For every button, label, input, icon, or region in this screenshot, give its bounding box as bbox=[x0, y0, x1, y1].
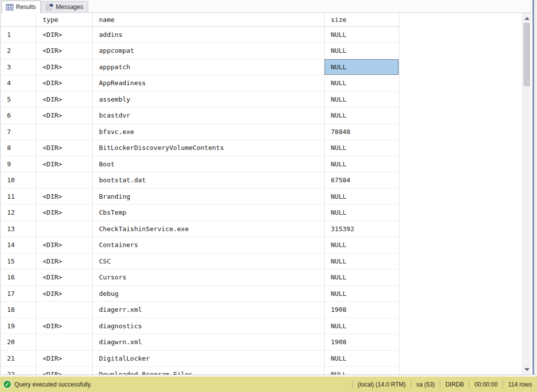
row-number-cell[interactable]: 18 bbox=[0, 302, 36, 318]
type-cell[interactable]: <DIR> bbox=[36, 205, 92, 221]
row-number-cell[interactable]: 3 bbox=[0, 59, 36, 75]
type-cell[interactable]: <DIR> bbox=[36, 75, 92, 92]
name-cell[interactable]: Containers bbox=[92, 237, 324, 254]
row-number-cell[interactable]: 4 bbox=[0, 75, 36, 92]
row-number-cell[interactable]: 14 bbox=[0, 237, 36, 254]
size-cell[interactable]: 67584 bbox=[324, 172, 399, 189]
size-cell[interactable]: NULL bbox=[324, 43, 399, 59]
name-cell[interactable]: bcastdvr bbox=[92, 108, 324, 124]
name-cell[interactable]: bootstat.dat bbox=[92, 172, 324, 189]
column-header-size[interactable]: size bbox=[324, 13, 399, 26]
size-cell[interactable]: NULL bbox=[324, 91, 399, 108]
type-cell[interactable]: <DIR> bbox=[36, 318, 92, 334]
name-cell[interactable]: DigitalLocker bbox=[92, 350, 324, 367]
row-number-cell[interactable]: 8 bbox=[0, 140, 36, 156]
name-cell[interactable]: CSC bbox=[92, 253, 324, 269]
type-cell[interactable]: <DIR> bbox=[36, 140, 92, 156]
type-cell[interactable]: <DIR> bbox=[36, 237, 92, 254]
size-cell[interactable]: NULL bbox=[324, 156, 399, 172]
vertical-scrollbar[interactable] bbox=[522, 13, 531, 375]
row-number-cell[interactable]: 16 bbox=[0, 269, 36, 286]
size-cell[interactable]: 78848 bbox=[324, 124, 399, 140]
row-number-cell[interactable]: 20 bbox=[0, 334, 36, 351]
name-cell[interactable]: BitLockerDiscoveryVolumeContents bbox=[92, 140, 324, 156]
table-row: 22<DIR>Downloaded Program FilesNULL bbox=[0, 367, 399, 375]
size-cell[interactable]: NULL bbox=[324, 285, 399, 302]
scrollbar-thumb[interactable] bbox=[524, 23, 530, 86]
row-number-cell[interactable]: 19 bbox=[0, 318, 36, 334]
row-number-cell[interactable]: 13 bbox=[0, 221, 36, 237]
type-cell[interactable]: <DIR> bbox=[36, 43, 92, 59]
row-number-header[interactable] bbox=[0, 13, 36, 26]
row-number-cell[interactable]: 11 bbox=[0, 188, 36, 205]
size-cell[interactable]: NULL bbox=[324, 75, 399, 92]
type-cell[interactable]: <DIR> bbox=[36, 26, 92, 43]
size-cell[interactable]: NULL bbox=[324, 269, 399, 286]
size-cell[interactable]: NULL bbox=[324, 367, 399, 375]
scroll-up-button[interactable] bbox=[523, 14, 531, 22]
name-cell[interactable]: bfsvc.exe bbox=[92, 124, 324, 140]
size-cell[interactable]: 315392 bbox=[324, 221, 399, 237]
row-number-cell[interactable]: 15 bbox=[0, 253, 36, 269]
name-cell[interactable]: Boot bbox=[92, 156, 324, 172]
name-cell[interactable]: Branding bbox=[92, 188, 324, 205]
row-number-cell[interactable]: 17 bbox=[0, 285, 36, 302]
name-cell[interactable]: apppatch bbox=[92, 59, 324, 75]
type-cell[interactable]: <DIR> bbox=[36, 91, 92, 108]
column-header-name[interactable]: name bbox=[92, 13, 324, 26]
row-number-cell[interactable]: 2 bbox=[0, 43, 36, 59]
column-header-type[interactable]: type bbox=[36, 13, 92, 26]
row-number-cell[interactable]: 9 bbox=[0, 156, 36, 172]
type-cell[interactable]: <DIR> bbox=[36, 108, 92, 124]
size-cell[interactable]: NULL bbox=[324, 205, 399, 221]
row-number-cell[interactable]: 12 bbox=[0, 205, 36, 221]
name-cell[interactable]: CbsTemp bbox=[92, 205, 324, 221]
type-cell[interactable] bbox=[36, 124, 92, 140]
size-cell[interactable]: NULL bbox=[324, 140, 399, 156]
row-number-cell[interactable]: 22 bbox=[0, 367, 36, 375]
type-cell[interactable]: <DIR> bbox=[36, 285, 92, 302]
type-cell[interactable] bbox=[36, 302, 92, 318]
table-row: 13CheckTaishinService.exe315392 bbox=[0, 221, 399, 237]
row-number-cell[interactable]: 1 bbox=[0, 26, 36, 43]
row-number-cell[interactable]: 7 bbox=[0, 124, 36, 140]
name-cell[interactable]: CheckTaishinService.exe bbox=[92, 221, 324, 237]
name-cell[interactable]: addins bbox=[92, 26, 324, 43]
tab-results[interactable]: Results bbox=[1, 0, 41, 13]
name-cell[interactable]: Cursors bbox=[92, 269, 324, 286]
name-cell[interactable]: assembly bbox=[92, 91, 324, 108]
type-cell[interactable]: <DIR> bbox=[36, 269, 92, 286]
type-cell[interactable]: <DIR> bbox=[36, 188, 92, 205]
name-cell[interactable]: diagwrn.xml bbox=[92, 334, 324, 351]
size-cell[interactable]: NULL bbox=[324, 318, 399, 334]
name-cell[interactable]: appcompat bbox=[92, 43, 324, 59]
scroll-down-button[interactable] bbox=[523, 365, 531, 374]
size-cell[interactable]: NULL bbox=[324, 237, 399, 254]
size-cell[interactable]: NULL bbox=[324, 253, 399, 269]
name-cell[interactable]: Downloaded Program Files bbox=[92, 367, 324, 375]
row-number-cell[interactable]: 6 bbox=[0, 108, 36, 124]
size-cell[interactable]: 1908 bbox=[324, 334, 399, 351]
size-cell[interactable]: NULL bbox=[324, 350, 399, 367]
row-number-cell[interactable]: 10 bbox=[0, 172, 36, 189]
type-cell[interactable]: <DIR> bbox=[36, 350, 92, 367]
type-cell[interactable] bbox=[36, 172, 92, 189]
type-cell[interactable]: <DIR> bbox=[36, 253, 92, 269]
size-cell[interactable]: NULL bbox=[324, 108, 399, 124]
row-number-cell[interactable]: 5 bbox=[0, 91, 36, 108]
type-cell[interactable]: <DIR> bbox=[36, 367, 92, 375]
name-cell[interactable]: debug bbox=[92, 285, 324, 302]
size-cell[interactable]: NULL bbox=[324, 26, 399, 43]
name-cell[interactable]: diagnostics bbox=[92, 318, 324, 334]
size-cell[interactable]: 1908 bbox=[324, 302, 399, 318]
type-cell[interactable] bbox=[36, 221, 92, 237]
name-cell[interactable]: diagerr.xml bbox=[92, 302, 324, 318]
row-number-cell[interactable]: 21 bbox=[0, 350, 36, 367]
name-cell[interactable]: AppReadiness bbox=[92, 75, 324, 92]
size-cell[interactable]: NULL bbox=[324, 59, 399, 75]
size-cell[interactable]: NULL bbox=[324, 188, 399, 205]
type-cell[interactable]: <DIR> bbox=[36, 156, 92, 172]
type-cell[interactable] bbox=[36, 334, 92, 351]
type-cell[interactable]: <DIR> bbox=[36, 59, 92, 75]
tab-messages[interactable]: Messages bbox=[41, 1, 88, 12]
